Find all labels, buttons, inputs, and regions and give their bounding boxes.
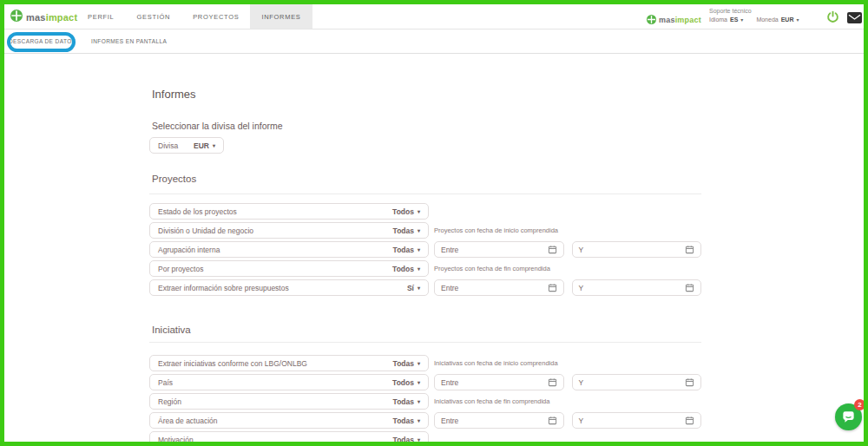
filter-area-actuacion[interactable]: Área de actuación Todas▾ xyxy=(149,412,429,429)
filter-lbg-onlbg[interactable]: Extraer iniciativas conforme con LBG/ONL… xyxy=(149,355,429,371)
date-range-label: Iniciativas con fecha de inicio comprend… xyxy=(434,355,701,371)
calendar-icon xyxy=(685,245,694,254)
chat-launcher-button[interactable]: 2 xyxy=(835,403,862,430)
chevron-down-icon[interactable]: ▾ xyxy=(740,17,743,23)
filter-division-unidad[interactable]: División o Unidad de negocio Todas▾ xyxy=(149,222,429,239)
currency-select[interactable]: Divisa EUR▾ xyxy=(149,137,224,154)
filter-pais[interactable]: País Todos▾ xyxy=(149,374,429,390)
chevron-down-icon: ▾ xyxy=(418,437,420,443)
calendar-icon xyxy=(548,377,557,387)
currency-select-value: EUR xyxy=(194,141,209,150)
calendar-icon xyxy=(685,416,694,425)
section-divider xyxy=(149,193,701,194)
chevron-down-icon: ▾ xyxy=(418,285,420,291)
brand-logo[interactable]: masimpact xyxy=(10,10,77,25)
mail-icon[interactable] xyxy=(847,11,862,27)
sub-tab-bar: DESCARGA DE DATOS INFORMES EN PANTALLA xyxy=(4,30,864,54)
section-title-proyectos: Proyectos xyxy=(152,174,196,184)
brand-name: masimpact xyxy=(26,13,77,23)
main-nav: PERFIL GESTIÓN PROYECTOS INFORMES xyxy=(76,4,312,29)
language-value[interactable]: ES xyxy=(730,16,738,23)
chevron-down-icon: ▾ xyxy=(418,361,420,366)
chevron-down-icon: ▾ xyxy=(418,399,420,404)
date-from-input[interactable]: Entre xyxy=(434,374,564,390)
highlight-annotation-ring xyxy=(7,32,76,52)
chat-unread-badge: 2 xyxy=(854,399,865,410)
filter-estado-proyectos[interactable]: Estado de los proyectos Todos▾ xyxy=(149,203,429,220)
date-range-label: Iniciativas con fecha de fin comprendida xyxy=(434,393,701,410)
page-title: Informes xyxy=(152,89,196,101)
chevron-down-icon[interactable]: ▾ xyxy=(796,17,799,23)
currency-label: Moneda xyxy=(756,16,778,23)
calendar-icon xyxy=(548,245,557,254)
calendar-icon xyxy=(548,283,557,292)
date-to-input[interactable]: Y xyxy=(572,241,702,258)
app-window: masimpact PERFIL GESTIÓN PROYECTOS INFOR… xyxy=(0,0,868,446)
top-header: masimpact PERFIL GESTIÓN PROYECTOS INFOR… xyxy=(4,4,864,30)
filter-motivacion[interactable]: Motivación Todas▾ xyxy=(149,431,429,446)
nav-item-gestion[interactable]: GESTIÓN xyxy=(125,4,181,29)
filter-agrupacion-interna[interactable]: Agrupación interna Todas▾ xyxy=(149,241,429,258)
iniciativa-filters: Extraer iniciativas conforme con LBG/ONL… xyxy=(149,355,429,446)
filter-extraer-presupuestos[interactable]: Extraer información sobre presupuestos S… xyxy=(149,279,429,296)
speech-bubble-icon xyxy=(841,410,856,423)
chevron-down-icon: ▾ xyxy=(418,380,420,385)
currency-value[interactable]: EUR xyxy=(781,16,794,23)
nav-item-perfil[interactable]: PERFIL xyxy=(76,4,125,29)
language-label: Idioma xyxy=(709,16,727,23)
nav-item-proyectos[interactable]: PROYECTOS xyxy=(181,4,250,29)
date-range-label: Proyectos con fecha de inicio comprendid… xyxy=(434,222,701,239)
filter-por-proyectos[interactable]: Por proyectos Todos▾ xyxy=(149,260,429,277)
currency-select-label: Divisa xyxy=(158,141,178,150)
date-to-input[interactable]: Y xyxy=(572,374,702,390)
tab-informes-en-pantalla[interactable]: INFORMES EN PANTALLA xyxy=(91,30,167,54)
support-label: Soporte técnico xyxy=(709,8,799,14)
date-to-input[interactable]: Y xyxy=(572,279,702,296)
calendar-icon xyxy=(685,377,694,387)
proyectos-filters: Estado de los proyectos Todos▾ División … xyxy=(149,203,429,298)
power-logout-icon[interactable] xyxy=(826,10,839,27)
chevron-down-icon: ▾ xyxy=(213,143,215,148)
date-to-input[interactable]: Y xyxy=(572,412,702,429)
brand-icon xyxy=(10,10,23,25)
chevron-down-icon: ▾ xyxy=(418,228,420,233)
currency-section-title: Seleccionar la divisa del informe xyxy=(152,121,283,131)
support-block: Soporte técnico Idioma ES ▾ Moneda EUR ▾ xyxy=(709,8,799,23)
section-divider xyxy=(149,342,701,343)
date-from-input[interactable]: Entre xyxy=(434,279,564,296)
informes-form: Informes Seleccionar la divisa del infor… xyxy=(149,55,701,446)
chevron-down-icon: ▾ xyxy=(418,247,420,253)
brand-icon-small xyxy=(647,12,656,28)
chevron-down-icon: ▾ xyxy=(418,209,420,214)
calendar-icon xyxy=(548,416,557,425)
chevron-down-icon: ▾ xyxy=(418,266,420,272)
proyectos-date-ranges: Proyectos con fecha de inicio comprendid… xyxy=(434,222,701,298)
date-range-label: Proyectos con fecha de fin comprendida xyxy=(434,260,701,277)
brand-logo-secondary: masimpact xyxy=(647,12,701,28)
iniciativa-date-ranges: Iniciativas con fecha de inicio comprend… xyxy=(434,355,701,431)
date-from-input[interactable]: Entre xyxy=(434,241,564,258)
filter-region[interactable]: Región Todas▾ xyxy=(149,393,429,410)
date-from-input[interactable]: Entre xyxy=(434,412,564,429)
chevron-down-icon: ▾ xyxy=(418,418,420,423)
calendar-icon xyxy=(685,283,694,292)
nav-item-informes[interactable]: INFORMES xyxy=(250,4,312,29)
section-title-iniciativa: Iniciativa xyxy=(152,325,191,335)
